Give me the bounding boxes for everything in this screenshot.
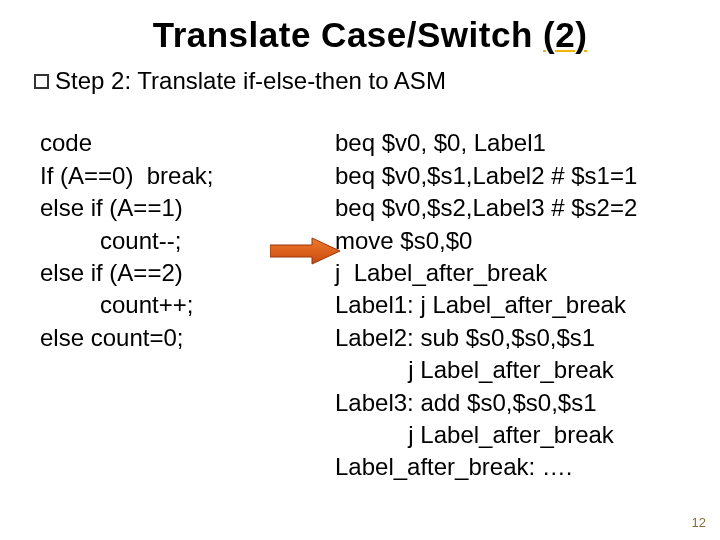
svg-marker-0	[270, 238, 340, 264]
asm-line: Label3: add $s0,$s0,$s1	[335, 389, 597, 416]
asm-line: j Label_after_break	[335, 421, 614, 448]
asm-line: Label1: j Label_after_break	[335, 291, 626, 318]
content-columns: code If (A==0) break; else if (A==1) cou…	[40, 95, 700, 516]
c-line: code	[40, 129, 92, 156]
title-underlined: (2)	[543, 15, 587, 54]
slide-title: Translate Case/Switch (2)	[40, 15, 700, 55]
page-number: 12	[692, 515, 706, 530]
c-line: else if (A==1)	[40, 194, 183, 221]
asm-line: Label_after_break: ….	[335, 453, 572, 480]
asm-line: beq $v0,$s1,Label2 # $s1=1	[335, 162, 637, 189]
title-plain: Translate Case/Switch	[153, 15, 543, 54]
asm-line: j Label_after_break	[335, 356, 614, 383]
checkbox-icon	[34, 74, 49, 89]
asm-line: Label2: sub $s0,$s0,$s1	[335, 324, 595, 351]
arrow-icon	[270, 236, 342, 266]
c-line: count--;	[40, 227, 181, 254]
asm-line: move $s0,$0	[335, 227, 472, 254]
step-bullet: Step 2: Translate if-else-then to ASM	[34, 67, 700, 95]
c-line: If (A==0) break;	[40, 162, 213, 189]
step-heading: Step 2: Translate if-else-then to ASM	[55, 67, 446, 95]
asm-line: j Label_after_break	[335, 259, 547, 286]
c-line: else count=0;	[40, 324, 183, 351]
c-code-column: code If (A==0) break; else if (A==1) cou…	[40, 95, 340, 516]
c-line: count++;	[40, 291, 193, 318]
slide: Translate Case/Switch (2) Step 2: Transl…	[0, 0, 720, 540]
asm-code-column: beq $v0, $0, Label1 beq $v0,$s1,Label2 #…	[335, 95, 637, 516]
c-line: else if (A==2)	[40, 259, 183, 286]
asm-line: beq $v0, $0, Label1	[335, 129, 546, 156]
asm-line: beq $v0,$s2,Label3 # $s2=2	[335, 194, 637, 221]
